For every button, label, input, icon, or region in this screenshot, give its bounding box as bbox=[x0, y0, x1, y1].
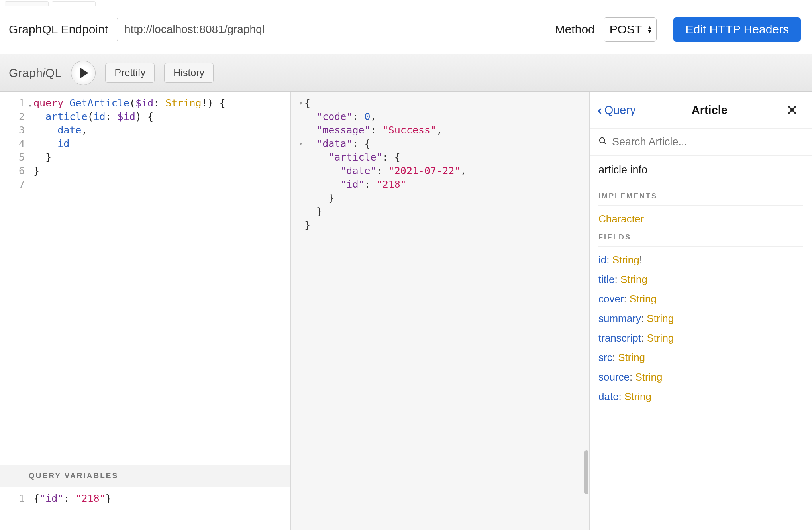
doc-explorer: ‹ Query Article ✕ article info IMPLEMENT… bbox=[590, 92, 812, 530]
doc-close-button[interactable]: ✕ bbox=[783, 102, 801, 119]
field-type[interactable]: String bbox=[630, 293, 657, 305]
close-icon: ✕ bbox=[786, 102, 798, 119]
endpoint-input[interactable] bbox=[117, 18, 530, 41]
query-editor[interactable]: 1 2 3 4 5 6 7 query GetArticle($id: Stri… bbox=[0, 92, 290, 465]
field-type[interactable]: String bbox=[618, 351, 645, 363]
implements-label: IMPLEMENTS bbox=[598, 192, 803, 206]
field-row: src: String bbox=[598, 351, 803, 364]
svg-line-1 bbox=[604, 142, 606, 144]
field-row: summary: String bbox=[598, 312, 803, 325]
field-name[interactable]: id bbox=[598, 254, 606, 266]
json-key: "code" bbox=[316, 111, 352, 122]
doc-back-button[interactable]: ‹ Query bbox=[598, 103, 636, 118]
endpoint-bar: GraphQL Endpoint Method POST ▲▼ Edit HTT… bbox=[0, 6, 812, 54]
result-json[interactable]: { "code": 0, "message": "Success", "data… bbox=[303, 96, 466, 530]
field-name[interactable]: title bbox=[598, 273, 614, 285]
doc-search-input[interactable] bbox=[612, 136, 803, 148]
arg: id bbox=[94, 111, 106, 122]
separator: : bbox=[614, 273, 620, 285]
json-key: "date" bbox=[340, 165, 376, 177]
field-row: date: String bbox=[598, 391, 803, 403]
result-pane: ▾ ▾ { "code": 0, "message": "Success", "… bbox=[291, 92, 590, 530]
title-part: Graph bbox=[9, 66, 43, 80]
keyword: query bbox=[33, 97, 63, 109]
field-name[interactable]: transcript bbox=[598, 332, 641, 344]
json-key: "article" bbox=[328, 151, 382, 163]
vars-code[interactable]: {"id": "218"} bbox=[29, 487, 115, 530]
field-type[interactable]: String bbox=[620, 273, 647, 285]
method-label: Method bbox=[555, 23, 595, 36]
variable: $id bbox=[135, 97, 153, 109]
doc-title: Article bbox=[692, 104, 728, 117]
field-name[interactable]: date bbox=[598, 391, 619, 402]
field-type[interactable]: String bbox=[624, 391, 651, 402]
query-pane: 1 2 3 4 5 6 7 query GetArticle($id: Stri… bbox=[0, 92, 291, 530]
query-variables-toggle[interactable]: QUERY VARIABLES bbox=[0, 465, 290, 487]
field-row: title: String bbox=[598, 273, 803, 286]
json-key: "data" bbox=[316, 138, 352, 149]
field-type[interactable]: String bbox=[647, 312, 674, 324]
json-key: "message" bbox=[316, 124, 370, 136]
window-tab[interactable] bbox=[5, 1, 49, 6]
line-number: 5 bbox=[0, 151, 25, 164]
line-number: 7 bbox=[0, 178, 25, 191]
query-variables-editor[interactable]: 1 {"id": "218"} bbox=[0, 487, 290, 530]
line-number: 2 bbox=[0, 110, 25, 124]
field-name[interactable]: src bbox=[598, 351, 612, 363]
field-type[interactable]: String bbox=[647, 332, 674, 344]
fold-icon[interactable]: ▾ bbox=[291, 137, 303, 151]
field-name[interactable]: cover bbox=[598, 293, 624, 305]
prettify-button[interactable]: Prettify bbox=[105, 63, 155, 83]
window-tab-active[interactable] bbox=[52, 1, 96, 6]
field: date bbox=[57, 124, 81, 136]
json-key: "id" bbox=[39, 493, 63, 504]
execute-button[interactable] bbox=[71, 61, 96, 85]
field-row: source: String bbox=[598, 371, 803, 383]
editor-gutter: 1 2 3 4 5 6 7 bbox=[0, 92, 29, 465]
fold-icon[interactable]: ▾ bbox=[291, 96, 303, 110]
field: id bbox=[57, 138, 69, 149]
query-code[interactable]: query GetArticle($id: String!) { article… bbox=[29, 92, 229, 465]
separator: : bbox=[612, 351, 618, 363]
implements-link[interactable]: Character bbox=[598, 213, 644, 225]
window-tab-strip bbox=[0, 0, 812, 6]
fields-list: id: String!title: Stringcover: Stringsum… bbox=[598, 254, 803, 403]
method-select[interactable]: POST ▲▼ bbox=[604, 17, 657, 42]
field-name[interactable]: source bbox=[598, 371, 630, 383]
separator: : bbox=[624, 293, 630, 305]
separator: : bbox=[630, 371, 635, 383]
edit-http-headers-button[interactable]: Edit HTTP Headers bbox=[673, 17, 801, 42]
field-row: transcript: String bbox=[598, 332, 803, 344]
chevron-left-icon: ‹ bbox=[598, 103, 602, 118]
json-value: "2021-07-22" bbox=[388, 165, 461, 177]
main-area: 1 2 3 4 5 6 7 query GetArticle($id: Stri… bbox=[0, 92, 812, 530]
json-value: "218" bbox=[75, 493, 105, 504]
variable: $id bbox=[118, 111, 135, 122]
line-number: 3 bbox=[0, 124, 25, 137]
field-row: cover: String bbox=[598, 293, 803, 305]
doc-search bbox=[590, 129, 812, 156]
doc-back-label: Query bbox=[604, 104, 636, 117]
json-value: 0 bbox=[365, 111, 371, 122]
doc-content: article info IMPLEMENTS Character FIELDS… bbox=[590, 156, 812, 418]
method-value: POST bbox=[610, 23, 642, 36]
endpoint-label: GraphQL Endpoint bbox=[9, 23, 108, 36]
history-button[interactable]: History bbox=[164, 63, 214, 83]
graphiql-title: GraphiQL bbox=[9, 66, 61, 80]
play-icon bbox=[80, 68, 88, 78]
line-number: 4 bbox=[0, 137, 25, 151]
separator: : bbox=[606, 254, 612, 266]
scrollbar[interactable] bbox=[584, 450, 588, 494]
line-number: 1 bbox=[0, 96, 25, 110]
field-name[interactable]: summary bbox=[598, 312, 641, 324]
operation-name: GetArticle bbox=[69, 97, 129, 109]
search-icon bbox=[598, 136, 607, 148]
title-part: i bbox=[43, 66, 45, 80]
separator: : bbox=[641, 332, 647, 344]
field-type[interactable]: String bbox=[612, 254, 639, 266]
vars-gutter: 1 bbox=[0, 487, 29, 530]
field-type[interactable]: String bbox=[635, 371, 663, 383]
field: article bbox=[45, 111, 87, 122]
result-fold-gutter: ▾ ▾ bbox=[291, 96, 303, 530]
field-row: id: String! bbox=[598, 254, 803, 266]
